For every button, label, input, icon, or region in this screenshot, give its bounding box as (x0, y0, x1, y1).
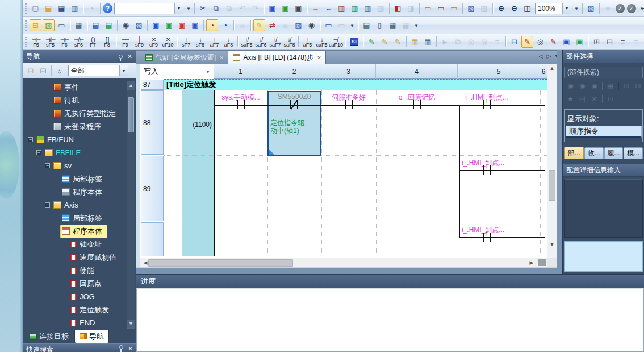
pin-icon[interactable] (119, 55, 123, 59)
tree-item-body[interactable]: FB/FUN (35, 134, 78, 145)
block-delete-icon[interactable]: ⊟ (604, 36, 616, 48)
editor-horizontal-scrollbar[interactable]: ◀ ▶ (140, 258, 547, 267)
select-mode-dim-icon[interactable]: ► (439, 36, 451, 48)
no-contact[interactable] (413, 100, 414, 109)
device-comment-list-icon[interactable]: ▤ (103, 19, 115, 31)
no-contact[interactable] (244, 100, 245, 109)
comment-display-3-icon[interactable]: ▭ (448, 2, 460, 14)
detail-input-area[interactable] (564, 179, 643, 238)
program-edit-icon[interactable]: ✎ (547, 36, 559, 48)
copy-icon[interactable]: ⧉ (210, 2, 222, 14)
docking-layout-3-icon[interactable]: ▦ (387, 19, 399, 31)
nav-filter-combo[interactable]: 全部▼ (68, 65, 128, 76)
ladder-saF8-button[interactable]: ↓/saF8 (282, 35, 296, 49)
scrollbar-thumb[interactable] (148, 259, 293, 267)
tree-item-body[interactable]: JOG (69, 291, 99, 302)
io-mode-icon[interactable]: ⇄ (266, 19, 278, 31)
favorite-add-icon[interactable]: ★ (565, 94, 576, 104)
edit-mode-cell[interactable]: 写入▼ (140, 64, 214, 79)
ladder-sF6-button[interactable]: ⊣/⊢sF6 (72, 35, 86, 49)
edit-mode-icon[interactable]: ✎ (253, 19, 265, 31)
tree-item-body[interactable]: 轴变址 (69, 238, 106, 251)
tree-view-toggle-icon[interactable]: ⊟ (25, 65, 36, 76)
tree-item-body[interactable]: 无执行类型指定 (52, 107, 120, 120)
zoom-in-icon[interactable]: ⊕ (495, 2, 507, 14)
watch-window-1-icon[interactable]: ◔ (206, 19, 218, 31)
recent-icon[interactable]: ◔ (86, 2, 98, 14)
nav-tree-item[interactable]: − Axis (23, 198, 136, 212)
cross-reference-icon[interactable]: ◉ (120, 19, 132, 31)
tree-item-body[interactable]: 未登录程序 (52, 121, 106, 133)
tab-scroll-right-icon[interactable]: ▷ (546, 53, 551, 59)
ladder-sF7-button[interactable]: ↑sF7 (179, 35, 193, 49)
toolbar-grip[interactable] (25, 37, 27, 47)
device-monitor-3-icon[interactable]: ▥ (362, 2, 374, 14)
ladder-caF10-button[interactable]: ─/caF10 (329, 35, 343, 49)
ladder-saF5-button[interactable]: ↑/saF5 (240, 35, 254, 49)
result-list-icon[interactable]: ▦ (605, 81, 616, 91)
inline-st-box-icon[interactable]: ■ (602, 2, 614, 14)
zoom-combo[interactable]: 100%▼ (535, 3, 571, 14)
no-contact[interactable] (420, 100, 421, 109)
nc-contact[interactable] (297, 100, 298, 109)
project-data-combo[interactable]: ▼ (114, 3, 183, 14)
element-panel-tab[interactable]: 部... (564, 147, 584, 159)
toolbar-overflow-2-icon[interactable]: ▾ (573, 2, 580, 14)
note-display-icon[interactable]: ▨ (478, 2, 490, 14)
nav-tree-item[interactable]: − 事件 (23, 81, 136, 94)
device-tool-2-icon[interactable]: ▣ (163, 19, 175, 31)
nav-tree-item[interactable]: − 轴变址 (23, 238, 136, 251)
scroll-right-icon[interactable]: ▶ (528, 259, 536, 267)
ladder-aF5-button[interactable]: ↑aF5 (300, 35, 315, 49)
tree-item-body[interactable]: 定位触发 (69, 304, 114, 316)
tree-expander-icon[interactable]: − (36, 150, 41, 155)
element-panel-tab[interactable]: 收... (584, 147, 604, 159)
nav-tree-item[interactable]: − 无执行类型指定 (23, 107, 136, 120)
ladder-caF5-button[interactable]: ↓caF5 (315, 35, 329, 49)
nav-tree-item[interactable]: − 使能 (23, 264, 136, 277)
close-icon[interactable]: ✕ (127, 53, 132, 60)
tree-item-body[interactable]: 使能 (69, 264, 99, 277)
toolbar-overflow-4-icon[interactable]: ▾ (413, 19, 420, 31)
edit-contact-icon[interactable]: ✎ (379, 36, 391, 48)
paste-icon[interactable]: ⧉ (223, 2, 235, 14)
document-tab[interactable]: Axis [FB] [LD] (1478)步 × (228, 51, 326, 64)
element-panel-tab[interactable]: 履... (604, 147, 624, 159)
cut-icon[interactable]: ✂ (197, 2, 209, 14)
nav-tree-item[interactable]: − END (23, 316, 136, 329)
device-find-1-icon[interactable]: ▣ (266, 2, 278, 14)
combo-dropdown-icon[interactable]: ▼ (119, 65, 128, 76)
rung-title-band[interactable]: [Title]定位触发 (164, 79, 547, 90)
output-window-icon[interactable]: ▭ (56, 19, 68, 31)
connection-window-icon[interactable]: ▧ (43, 19, 55, 31)
nav-tree-item[interactable]: − 程序本体 (23, 225, 136, 238)
rung-number-cell[interactable]: 87 (141, 80, 164, 90)
options-dim-icon[interactable]: ☼ (236, 19, 248, 31)
toolbar-overflow-3-icon[interactable]: ▾ (349, 19, 356, 31)
toolbar-grip[interactable] (25, 3, 27, 14)
outline-display-icon[interactable]: ⊟ (508, 36, 520, 48)
tree-item-body[interactable]: Axis (52, 200, 83, 210)
docking-layout-1-icon[interactable]: ▤ (361, 19, 373, 31)
convert-icon[interactable]: ✓ (616, 4, 625, 13)
tab-close-icon[interactable]: × (220, 54, 223, 61)
no-contact[interactable] (352, 100, 353, 109)
nav-bottom-tab[interactable]: 导航 (74, 330, 109, 343)
scroll-up-icon[interactable]: ▲ (127, 81, 135, 90)
ladder-cF9-button[interactable]: ✕cF9 (147, 35, 161, 49)
device-monitor-2-icon[interactable]: ▥ (349, 2, 361, 14)
program-find-icon[interactable]: ◎ (534, 36, 546, 48)
ladder-F6-button[interactable]: ⊣⊢F6 (57, 35, 72, 49)
watch-window-2-icon[interactable]: ◔ (219, 19, 231, 31)
tree-item-body[interactable]: FBFILE (44, 147, 85, 158)
window-find-icon[interactable]: ▭ (323, 19, 334, 31)
ladder-cF10-button[interactable]: ✕cF10 (161, 35, 175, 49)
device-jump-icon[interactable]: ▣ (561, 36, 572, 48)
pin-icon[interactable] (119, 345, 123, 349)
combo-dropdown-icon[interactable]: ▼ (562, 3, 571, 14)
nav-tree-item[interactable]: − 定位触发 (23, 303, 136, 316)
tree-item-body[interactable]: 事件 (52, 81, 83, 94)
display-target-select[interactable]: 顺序指令 (566, 126, 642, 138)
device-tool-3-icon[interactable]: ▣ (176, 19, 188, 31)
tree-item-body[interactable]: sv (52, 160, 76, 171)
